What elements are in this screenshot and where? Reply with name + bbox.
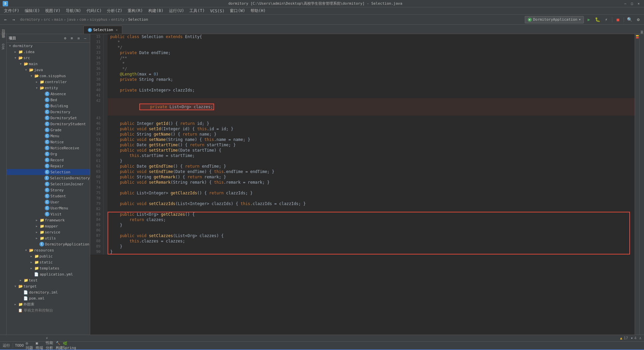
tree-item-dormitoryset[interactable]: C DormitorySet [7, 115, 90, 121]
tree-item-notice[interactable]: C Notice [7, 139, 90, 145]
tree-item-appyml[interactable]: 📄 application.yml [7, 271, 90, 277]
tree-item-grade[interactable]: C Grade [7, 127, 90, 133]
tree-item-usermenu[interactable]: C UserMenu [7, 205, 90, 211]
tree-item-external[interactable]: 外部库 [7, 301, 90, 307]
java-icon-selectionjoiner: C [45, 182, 49, 186]
run-button[interactable]: ▶ [585, 16, 593, 23]
menu-edit[interactable]: 编辑(E) [22, 7, 43, 14]
tree-item-bed[interactable]: C Bed [7, 97, 90, 103]
tree-item-dormitory[interactable]: dormitory [7, 43, 90, 49]
tree-item-selectionjoiner[interactable]: C SelectionJoiner [7, 181, 90, 187]
menu-file[interactable]: 文件(F) [1, 7, 22, 14]
project-expand-btn[interactable]: ⇉ [76, 36, 81, 41]
tree-item-entity[interactable]: entity [7, 85, 90, 91]
menu-window[interactable]: 窗口(W) [227, 7, 248, 14]
code-editor[interactable]: 15 public class Selection extends Entity… [90, 34, 635, 321]
tree-item-target[interactable]: target [7, 283, 90, 289]
menu-help[interactable]: 帮助(H) [248, 7, 269, 14]
stop-button[interactable]: ■ [614, 16, 622, 23]
tree-item-framework[interactable]: framework [7, 217, 90, 223]
scroll-up[interactable]: ∧ [639, 336, 641, 340]
menu-code[interactable]: 代码(C) [84, 7, 105, 14]
menu-analyze[interactable]: 分析(Z) [104, 7, 125, 14]
tree-item-selectiondormitory[interactable]: C SelectionDormitory [7, 175, 90, 181]
tree-item-controller[interactable]: controller [7, 79, 90, 85]
back-button[interactable]: ← [2, 16, 9, 23]
tree-item-utils[interactable]: utils [7, 235, 90, 241]
tree-item-record[interactable]: C Record [7, 157, 90, 163]
close-button[interactable]: ✕ [636, 1, 641, 6]
menu-run[interactable]: 运行(U) [166, 7, 187, 14]
left-tab-structure[interactable]: 结构 [0, 37, 6, 39]
tree-item-visit[interactable]: C Visit [7, 211, 90, 217]
tree-item-noticereceive[interactable]: C NoticeReceive [7, 145, 90, 151]
tree-item-org[interactable]: C Org [7, 151, 90, 157]
maximize-button[interactable]: □ [629, 1, 635, 6]
tree-item-mapper[interactable]: mapper [7, 223, 90, 229]
left-tab-web[interactable]: Web [1, 42, 6, 51]
code-line-82: 82 [90, 206, 635, 212]
minimize-button[interactable]: — [623, 1, 628, 6]
tree-item-java[interactable]: java [7, 67, 90, 73]
search-button[interactable]: 🔍 [626, 16, 633, 23]
editor-area[interactable]: 15 public class Selection extends Entity… [90, 34, 635, 335]
entity-label: entity [111, 17, 125, 22]
project-collapse-btn[interactable]: — [83, 36, 88, 41]
forward-button[interactable]: → [10, 16, 17, 23]
code-line-47: 47 public void setId(Integer id) { this.… [90, 126, 635, 132]
tree-item-repair[interactable]: C Repair [7, 163, 90, 169]
tree-item-menu[interactable]: C Menu [7, 133, 90, 139]
project-settings-btn[interactable]: ⚙ [62, 36, 68, 41]
run-config-dropdown[interactable]: ▶ DormitoryApplication ▾ [525, 16, 584, 23]
menu-vcs[interactable]: VCS(S) [207, 8, 227, 14]
tree-item-idea[interactable]: .idea [7, 49, 90, 55]
tree-item-absence[interactable]: C Absence [7, 91, 90, 97]
java-icon-selectiondormitory: C [44, 176, 49, 180]
error-mark [636, 37, 639, 38]
left-tab-favorites[interactable]: 收藏 [0, 39, 6, 42]
tree-item-iml[interactable]: 📄 dormitory.iml [7, 289, 90, 295]
tree-item-dormitorystudent[interactable]: C DormitoryStudent [7, 121, 90, 127]
code-line-86: 86 [90, 228, 635, 233]
right-side-panel: 变更 [639, 34, 644, 335]
tree-item-test[interactable]: test [7, 277, 90, 283]
tab-selection[interactable]: C Selection ✕ [84, 26, 122, 34]
tree-item-templates[interactable]: templates [7, 265, 90, 271]
tree-item-resources[interactable]: resources [7, 247, 90, 253]
tree-item-storey[interactable]: C Storey [7, 187, 90, 193]
tree-item-pom[interactable]: 📄 pom.xml [7, 295, 90, 301]
issues-tab[interactable]: ◎ 问题 [26, 342, 33, 349]
menu-build[interactable]: 构建(B) [146, 7, 166, 14]
tree-item-scratch[interactable]: 📋 草稿文件和控制台 [7, 307, 90, 313]
tree-item-src[interactable]: src [7, 55, 90, 61]
menu-tools[interactable]: 工具(T) [187, 7, 207, 14]
run-tab[interactable]: 运行 [3, 342, 10, 349]
left-tab-run[interactable]: 运行 [0, 34, 6, 37]
tab-close[interactable]: ✕ [116, 28, 118, 32]
menu-view[interactable]: 视图(V) [42, 7, 63, 14]
tree-item-selection[interactable]: C Selection [7, 169, 90, 175]
tree-label-bed: Bed [50, 98, 57, 102]
tree-item-static[interactable]: static [7, 259, 90, 265]
build-tab[interactable]: 🔨 构建 [56, 342, 63, 349]
todo-tab[interactable]: TODO [16, 342, 23, 349]
java-icon-user: C [45, 200, 49, 204]
settings-button[interactable]: ⚙ [635, 16, 642, 23]
tree-item-service[interactable]: service [7, 229, 90, 235]
tree-item-com-sisyphus[interactable]: com.sisyphus [7, 73, 90, 79]
performance-tab[interactable]: ⚡ 性能分析器 [46, 342, 53, 349]
menu-nav[interactable]: 导航(N) [63, 7, 84, 14]
tree-item-public[interactable]: public [7, 253, 90, 259]
menu-refactor[interactable]: 重构(R) [125, 7, 146, 14]
debug-button[interactable]: 🐛 [594, 16, 601, 23]
tree-item-student[interactable]: C Student [7, 193, 90, 199]
coverage-button[interactable]: ⚡ [603, 16, 610, 23]
tree-item-dormitory-class[interactable]: C Dormitory [7, 109, 90, 115]
project-sort-btn[interactable]: ≡ [69, 36, 74, 41]
tree-item-dormitoryapp[interactable]: C DormitoryApplication [7, 241, 90, 247]
spring-tab[interactable]: 🌿 Spring [66, 342, 73, 349]
tree-item-user[interactable]: C User [7, 199, 90, 205]
tree-item-main[interactable]: main [7, 61, 90, 67]
tree-item-building[interactable]: C Building [7, 103, 90, 109]
terminal-tab[interactable]: ▣ 终端 [36, 342, 43, 349]
